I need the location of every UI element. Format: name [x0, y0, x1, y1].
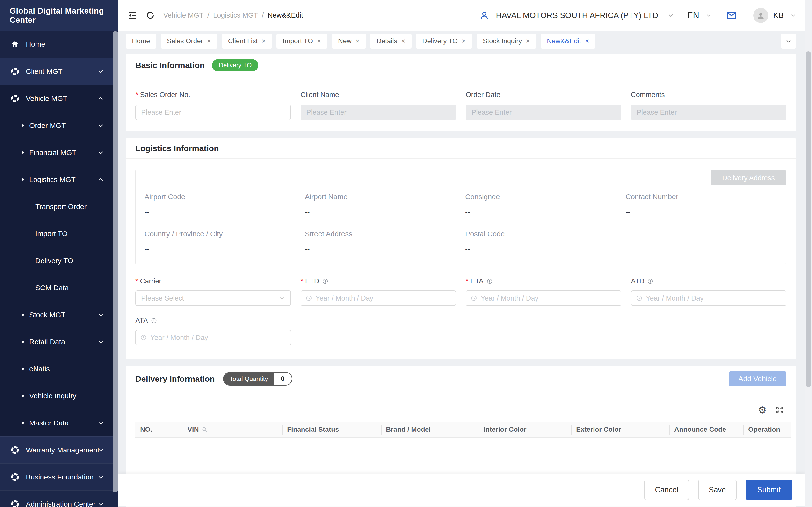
- chevron-down-icon[interactable]: [705, 12, 712, 19]
- field-label: Airport Code: [145, 193, 295, 201]
- chevron-down-icon[interactable]: [790, 12, 797, 19]
- refresh-icon[interactable]: [146, 11, 155, 20]
- sidebar-item-scm-data[interactable]: SCM Data: [0, 274, 118, 301]
- sidebar-item-master-data[interactable]: Master Data: [0, 409, 118, 436]
- eta-input[interactable]: [481, 294, 616, 302]
- close-icon[interactable]: ×: [355, 38, 360, 45]
- clock-icon: [305, 295, 312, 301]
- tab-label: Client List: [228, 37, 258, 45]
- avatar[interactable]: [753, 8, 768, 23]
- tab-client-list[interactable]: Client List×: [222, 34, 272, 49]
- sidebar-item-client-mgt[interactable]: Client MGT: [0, 58, 118, 85]
- cancel-button[interactable]: Cancel: [644, 480, 689, 500]
- sidebar-item-enatis[interactable]: eNatis: [0, 355, 118, 382]
- sidebar-item-import-to[interactable]: Import TO: [0, 220, 118, 247]
- sidebar-item-label: Retail Data: [29, 338, 65, 346]
- close-icon[interactable]: ×: [207, 38, 211, 45]
- search-icon[interactable]: [201, 426, 208, 433]
- sidebar-item-business-foundation[interactable]: Business Foundation ...: [0, 463, 118, 490]
- chevron-down-icon[interactable]: [667, 12, 674, 19]
- company-selector[interactable]: HAVAL MOTORS SOUTH AFRICA (PTY) LTD: [496, 11, 658, 20]
- field-label: Carrier: [140, 277, 161, 285]
- tab-stock-inquiry[interactable]: Stock Inquiry×: [476, 34, 536, 49]
- tab-label: New&&Edit: [547, 37, 581, 45]
- field-value: --: [305, 208, 456, 216]
- tab-sales-order[interactable]: Sales Order×: [161, 34, 217, 49]
- etd-date-picker[interactable]: [301, 290, 456, 306]
- close-icon[interactable]: ×: [526, 38, 530, 45]
- ata-date-picker[interactable]: [135, 330, 291, 345]
- delivery-address-button[interactable]: Delivery Address: [711, 170, 786, 185]
- submit-button[interactable]: Submit: [746, 480, 792, 500]
- sidebar-item-administration-center[interactable]: Administration Center: [0, 490, 118, 507]
- window-scrollbar-track: [805, 0, 812, 507]
- gear-icon[interactable]: ⚙: [758, 405, 767, 415]
- info-icon: [487, 278, 493, 284]
- chevron-down-icon: [97, 338, 104, 345]
- sales-order-no-input[interactable]: [135, 105, 291, 120]
- ro-field-country-province-city: Country / Province / City --: [145, 230, 295, 253]
- field-eta: ETA: [466, 277, 621, 306]
- column-header-announce-code: Announce Code: [674, 426, 726, 433]
- ro-field-contact-number: Contact Number --: [626, 193, 776, 216]
- order-date-input: [466, 105, 621, 120]
- close-icon[interactable]: ×: [585, 38, 590, 45]
- close-icon[interactable]: ×: [317, 38, 321, 45]
- sidebar-item-vehicle-inquiry[interactable]: Vehicle Inquiry: [0, 382, 118, 409]
- sidebar-item-warranty-management[interactable]: Warranty Management: [0, 436, 118, 463]
- window-scrollbar-thumb[interactable]: [806, 51, 811, 387]
- logistics-information-card: Logistics Information Delivery Address A…: [126, 138, 796, 359]
- language-selector[interactable]: EN: [687, 10, 699, 20]
- sidebar-item-transport-order[interactable]: Transport Order: [0, 193, 118, 220]
- atd-input[interactable]: [646, 294, 782, 302]
- module-icon: [11, 67, 19, 75]
- tab-details[interactable]: Details×: [370, 34, 412, 49]
- eta-date-picker[interactable]: [466, 290, 621, 306]
- tab-new[interactable]: New×: [332, 34, 366, 49]
- mail-icon[interactable]: [726, 10, 737, 21]
- close-icon[interactable]: ×: [401, 38, 406, 45]
- required-asterisk: [135, 91, 140, 99]
- sidebar-item-delivery-to[interactable]: Delivery TO: [0, 247, 118, 274]
- expand-icon[interactable]: [775, 406, 784, 414]
- field-label: Sales Order No.: [140, 91, 190, 99]
- tabs-dropdown-button[interactable]: [781, 34, 796, 49]
- app-window: Global Digital Marketing Center Home Cli…: [0, 0, 812, 507]
- field-carrier: Carrier Please Select: [135, 277, 291, 306]
- sidebar-item-home[interactable]: Home: [0, 31, 118, 58]
- field-value: --: [305, 245, 456, 253]
- breadcrumb-item[interactable]: Vehicle MGT: [163, 11, 203, 19]
- field-client-name: Client Name: [301, 91, 456, 120]
- clock-icon: [470, 295, 477, 301]
- carrier-select[interactable]: Please Select: [135, 290, 291, 306]
- breadcrumb-item[interactable]: Logistics MGT: [213, 11, 258, 19]
- chevron-down-icon: [97, 501, 104, 507]
- sidebar-item-label: Vehicle MGT: [26, 95, 67, 103]
- tab-new-edit-active[interactable]: New&&Edit×: [541, 34, 596, 49]
- add-vehicle-button[interactable]: Add Vehicle: [729, 371, 786, 386]
- sidebar-item-retail-data[interactable]: Retail Data: [0, 328, 118, 355]
- etd-input[interactable]: [316, 294, 451, 302]
- sidebar-item-label: SCM Data: [35, 284, 69, 292]
- sidebar-item-order-mgt[interactable]: Order MGT: [0, 112, 118, 139]
- close-icon[interactable]: ×: [462, 38, 466, 45]
- ata-input[interactable]: [150, 334, 286, 342]
- close-icon[interactable]: ×: [262, 38, 266, 45]
- sidebar-item-financial-mgt[interactable]: Financial MGT: [0, 139, 118, 166]
- tab-import-to[interactable]: Import TO×: [276, 34, 327, 49]
- save-button[interactable]: Save: [698, 480, 737, 500]
- field-label: Postal Code: [465, 230, 616, 238]
- sidebar-scrollbar[interactable]: [113, 32, 118, 492]
- tab-home[interactable]: Home: [126, 34, 156, 49]
- sidebar-item-stock-mgt[interactable]: Stock MGT: [0, 301, 118, 328]
- sidebar-item-vehicle-mgt[interactable]: Vehicle MGT: [0, 85, 118, 112]
- atd-date-picker[interactable]: [631, 290, 786, 306]
- sidebar-item-logistics-mgt[interactable]: Logistics MGT: [0, 166, 118, 193]
- column-header-vin: VIN: [188, 426, 199, 433]
- sidebar-collapse-icon[interactable]: [128, 11, 137, 20]
- column-header-interior-color: Interior Color: [484, 426, 526, 433]
- field-etd: ETD: [301, 277, 456, 306]
- section-title: Basic Information: [135, 61, 205, 70]
- user-initials[interactable]: KB: [773, 11, 783, 20]
- tab-delivery-to[interactable]: Delivery TO×: [416, 34, 472, 49]
